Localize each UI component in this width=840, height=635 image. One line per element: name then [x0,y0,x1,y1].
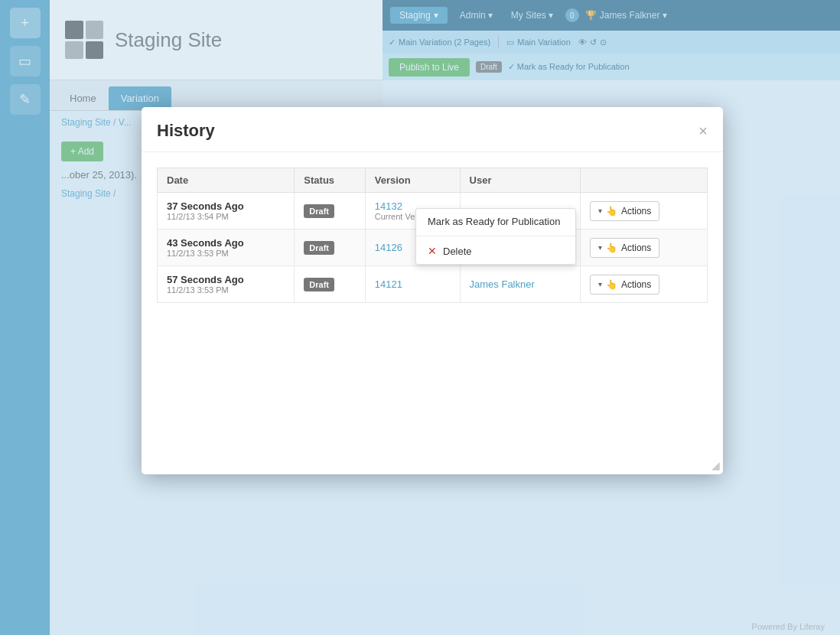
row1-actions-label: Actions [621,206,651,217]
resize-handle[interactable]: ◢ [711,459,720,471]
row1-actions-hand: 👆 [606,206,617,217]
mark-ready-item[interactable]: Mark as Ready for Publication [416,209,575,234]
row2-date-primary: 43 Seconds Ago [167,237,285,249]
row1-status: Draft [295,193,365,230]
row3-date-primary: 57 Seconds Ago [167,274,285,285]
row3-status: Draft [295,266,365,303]
row3-version: 14121 [365,266,460,303]
row2-date-secondary: 11/2/13 3:53 PM [167,249,285,258]
row1-date: 37 Seconds Ago 11/2/13 3:54 PM [158,193,295,230]
row2-draft-badge: Draft [304,241,334,255]
row3-draft-badge: Draft [304,278,334,291]
table-row: 57 Seconds Ago 11/2/13 3:53 PM Draft 141… [158,266,708,303]
actions-dropdown-menu: Mark as Ready for Publication ✕ Delete [415,208,576,265]
row1-actions-arrow: ▾ [598,207,602,215]
row2-status: Draft [295,230,365,266]
delete-label: Delete [443,246,472,257]
row3-actions-cell: ▾ 👆 Actions [580,266,707,303]
row1-date-secondary: 11/2/13 3:54 PM [167,212,285,221]
row3-date: 57 Seconds Ago 11/2/13 3:53 PM [158,266,295,303]
modal-title: History [157,121,215,141]
col-user: User [460,168,580,193]
row1-actions-cell: ▾ 👆 Actions [580,193,707,230]
delete-icon: ✕ [428,245,437,257]
col-actions [580,168,707,193]
row1-draft-badge: Draft [304,204,334,218]
modal-header: History × [142,107,723,152]
delete-item[interactable]: ✕ Delete [416,238,575,264]
row2-actions-cell: ▾ 👆 Actions [580,230,707,266]
row1-actions-button[interactable]: ▾ 👆 Actions [590,201,659,221]
row2-version-link[interactable]: 14126 [375,242,402,253]
row3-user: James Falkner [460,266,580,303]
table-header-row: Date Status Version User [158,168,708,193]
mark-ready-label: Mark as Ready for Publication [428,216,560,227]
row2-date: 43 Seconds Ago 11/2/13 3:53 PM [158,230,295,266]
col-status: Status [295,168,365,193]
row2-actions-label: Actions [621,243,651,253]
col-date: Date [158,168,295,193]
row3-actions-hand: 👆 [606,279,617,290]
col-version: Version [365,168,460,193]
row1-version-link[interactable]: 14132 [375,200,402,212]
row2-actions-hand: 👆 [606,243,617,253]
history-modal: History × Date Status Version User 37 Se… [142,107,723,474]
row2-actions-button[interactable]: ▾ 👆 Actions [590,238,659,258]
row3-version-link[interactable]: 14121 [375,278,402,290]
modal-close-button[interactable]: × [698,123,708,138]
row3-date-secondary: 11/2/13 3:53 PM [167,285,285,295]
row2-actions-arrow: ▾ [598,243,602,252]
row3-user-link[interactable]: James Falkner [470,278,535,290]
dropdown-divider [416,236,575,236]
row3-actions-arrow: ▾ [598,280,602,288]
row3-actions-button[interactable]: ▾ 👆 Actions [590,275,659,295]
row1-date-primary: 37 Seconds Ago [167,200,285,212]
row3-actions-label: Actions [621,279,651,290]
